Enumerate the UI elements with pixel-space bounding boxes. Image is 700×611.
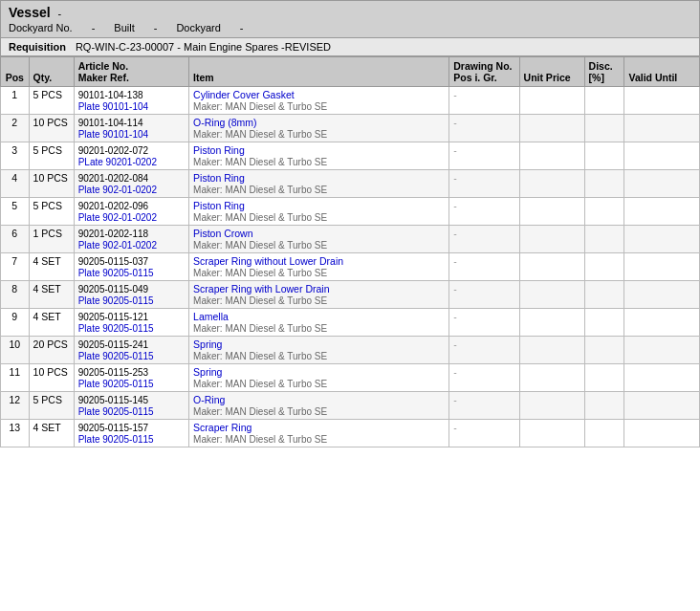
dockyard-value: - xyxy=(240,22,244,33)
plate-ref: Plate 90205-0115 xyxy=(78,323,154,334)
cell-item: Piston Ring Maker: MAN Diesel & Turbo SE xyxy=(189,170,449,198)
cell-item: Scraper Ring Maker: MAN Diesel & Turbo S… xyxy=(189,420,449,447)
cell-drawing: - xyxy=(449,142,519,170)
built-label: Built xyxy=(114,22,134,33)
plate-ref: Plate 90205-0115 xyxy=(78,434,154,445)
article-number: 90205-0115-121 xyxy=(78,312,148,322)
cell-item: Scraper Ring with Lower Drain Maker: MAN… xyxy=(189,281,449,309)
cell-unitprice xyxy=(519,337,584,364)
item-maker: Maker: MAN Diesel & Turbo SE xyxy=(193,351,327,361)
cell-valid xyxy=(624,420,700,447)
plate-ref: Plate 902-01-0202 xyxy=(78,185,157,195)
cell-article: 90205-0115-157 Plate 90205-0115 xyxy=(74,420,188,447)
cell-item: Piston Crown Maker: MAN Diesel & Turbo S… xyxy=(189,226,449,253)
vessel-header: Vessel - Dockyard No. - Built - Dockyard… xyxy=(0,0,700,38)
cell-qty: 10 PCS xyxy=(29,115,74,142)
col-header-drawing: Drawing No.Pos i. Gr. xyxy=(449,57,519,87)
cell-article: 90205-0115-241 Plate 90205-0115 xyxy=(74,337,188,364)
item-name: Cylinder Cover Gasket xyxy=(193,89,295,100)
col-header-item: Item xyxy=(189,57,449,87)
plate-ref: PLate 90201-0202 xyxy=(78,157,157,167)
cell-article: 90205-0115-037 Plate 90205-0115 xyxy=(74,253,188,281)
item-maker: Maker: MAN Diesel & Turbo SE xyxy=(193,185,327,195)
item-maker: Maker: MAN Diesel & Turbo SE xyxy=(193,323,327,334)
cell-qty: 4 SET xyxy=(29,420,74,447)
item-name: Piston Crown xyxy=(193,228,252,239)
cell-drawing: - xyxy=(449,309,519,337)
item-maker: Maker: MAN Diesel & Turbo SE xyxy=(193,434,327,445)
cell-disc xyxy=(584,115,624,142)
item-name: O-Ring (8mm) xyxy=(193,117,257,128)
article-number: 90205-0115-145 xyxy=(78,395,148,405)
article-number: 90205-0115-241 xyxy=(78,339,148,350)
article-number: 90201-0202-084 xyxy=(78,173,148,184)
cell-unitprice xyxy=(519,420,584,447)
cell-drawing: - xyxy=(449,364,519,392)
item-maker: Maker: MAN Diesel & Turbo SE xyxy=(193,101,327,112)
table-row: 6 1 PCS 90201-0202-118 Plate 902-01-0202… xyxy=(1,226,700,253)
dockyard-no-label: Dockyard No. xyxy=(9,22,73,33)
col-header-valid: Valid Until xyxy=(624,57,700,87)
cell-qty: 10 PCS xyxy=(29,170,74,198)
item-name: Scraper Ring xyxy=(193,422,252,433)
cell-disc xyxy=(584,337,624,364)
cell-item: Piston Ring Maker: MAN Diesel & Turbo SE xyxy=(189,142,449,170)
article-number: 90205-0115-253 xyxy=(78,367,148,378)
col-header-disc: Disc.[%] xyxy=(584,57,624,87)
cell-disc xyxy=(584,392,624,420)
plate-ref: Plate 902-01-0202 xyxy=(78,240,157,251)
cell-drawing: - xyxy=(449,420,519,447)
item-maker: Maker: MAN Diesel & Turbo SE xyxy=(193,129,327,140)
cell-drawing: - xyxy=(449,87,519,115)
table-row: 11 10 PCS 90205-0115-253 Plate 90205-011… xyxy=(1,364,700,392)
article-number: 90205-0115-037 xyxy=(78,256,148,267)
article-number: 90101-104-114 xyxy=(78,118,143,128)
requisition-label: Requisition xyxy=(9,41,66,53)
item-name: Scraper Ring with Lower Drain xyxy=(193,283,329,295)
cell-valid xyxy=(624,226,700,253)
plate-ref: Plate 90205-0115 xyxy=(78,351,154,361)
cell-item: Lamella Maker: MAN Diesel & Turbo SE xyxy=(189,309,449,337)
cell-valid xyxy=(624,115,700,142)
cell-pos: 6 xyxy=(1,226,30,253)
cell-unitprice xyxy=(519,87,584,115)
cell-item: Scraper Ring without Lower Drain Maker: … xyxy=(189,253,449,281)
article-number: 90205-0115-049 xyxy=(78,284,148,295)
cell-article: 90205-0115-049 Plate 90205-0115 xyxy=(74,281,188,309)
plate-ref: Plate 90205-0115 xyxy=(78,379,154,389)
cell-valid xyxy=(624,198,700,226)
cell-qty: 4 SET xyxy=(29,281,74,309)
cell-valid xyxy=(624,142,700,170)
item-name: Lamella xyxy=(193,311,229,322)
cell-qty: 4 SET xyxy=(29,253,74,281)
parts-table: Pos Qty. Article No.Maker Ref. Item Draw… xyxy=(0,56,700,447)
cell-unitprice xyxy=(519,226,584,253)
item-maker: Maker: MAN Diesel & Turbo SE xyxy=(193,406,327,417)
item-name: O-Ring xyxy=(193,394,225,405)
cell-qty: 4 SET xyxy=(29,309,74,337)
article-number: 90101-104-138 xyxy=(78,90,143,100)
table-row: 8 4 SET 90205-0115-049 Plate 90205-0115 … xyxy=(1,281,700,309)
cell-item: O-Ring Maker: MAN Diesel & Turbo SE xyxy=(189,392,449,420)
table-row: 2 10 PCS 90101-104-114 Plate 90101-104 O… xyxy=(1,115,700,142)
cell-pos: 10 xyxy=(1,337,30,364)
vessel-title-dash: - xyxy=(58,8,62,19)
cell-item: Spring Maker: MAN Diesel & Turbo SE xyxy=(189,364,449,392)
item-maker: Maker: MAN Diesel & Turbo SE xyxy=(193,240,327,251)
table-row: 12 5 PCS 90205-0115-145 Plate 90205-0115… xyxy=(1,392,700,420)
cell-unitprice xyxy=(519,364,584,392)
cell-drawing: - xyxy=(449,392,519,420)
header-meta: Dockyard No. - Built - Dockyard - xyxy=(9,22,691,33)
item-name: Piston Ring xyxy=(193,144,245,156)
cell-item: Piston Ring Maker: MAN Diesel & Turbo SE xyxy=(189,198,449,226)
table-row: 3 5 PCS 90201-0202-072 PLate 90201-0202 … xyxy=(1,142,700,170)
cell-pos: 13 xyxy=(1,420,30,447)
cell-item: Cylinder Cover Gasket Maker: MAN Diesel … xyxy=(189,87,449,115)
cell-unitprice xyxy=(519,198,584,226)
cell-valid xyxy=(624,170,700,198)
cell-disc xyxy=(584,142,624,170)
item-maker: Maker: MAN Diesel & Turbo SE xyxy=(193,268,327,278)
dockyard-no-value: - xyxy=(92,22,96,33)
plate-ref: Plate 90205-0115 xyxy=(78,268,154,278)
built-value: - xyxy=(154,22,158,33)
